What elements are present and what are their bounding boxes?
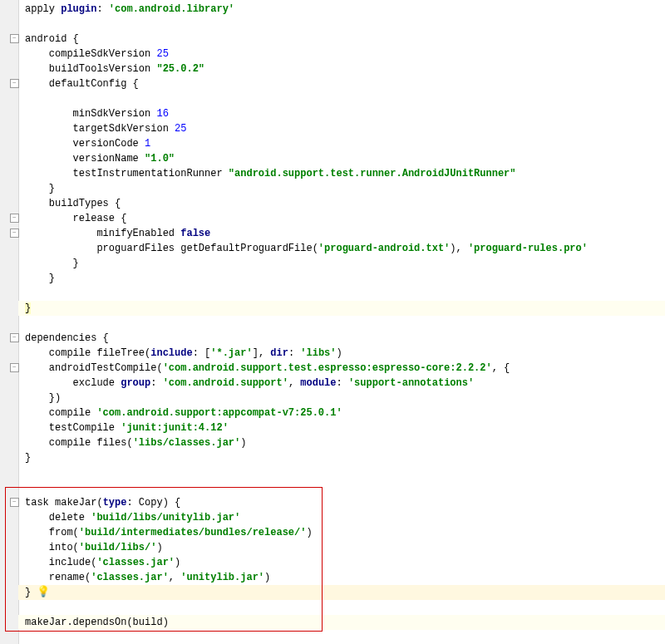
code-line[interactable]: } (25, 301, 665, 316)
code-line[interactable]: delete 'build/libs/unitylib.jar' (25, 510, 665, 525)
code-line[interactable]: } (25, 585, 665, 600)
string: "1.0" (145, 153, 175, 165)
text: buildToolsVersion (25, 63, 156, 75)
keyword: plugin (61, 3, 96, 15)
code-line[interactable] (25, 480, 665, 495)
code-line[interactable]: buildTypes { (25, 196, 665, 211)
code-line[interactable] (25, 316, 665, 331)
code-line[interactable]: minifyEnabled false (25, 226, 665, 241)
code-line[interactable]: compile files('libs/classes.jar') (25, 435, 665, 450)
code-line[interactable]: compileSdkVersion 25 (25, 47, 665, 61)
text: targetSdkVersion (25, 123, 175, 135)
code-line[interactable]: defaultConfig { (25, 76, 665, 91)
code-line[interactable]: versionName "1.0" (25, 151, 665, 166)
code-line[interactable]: minSdkVersion 16 (25, 106, 665, 121)
text: compileSdkVersion (25, 48, 156, 60)
code-line[interactable]: } (25, 271, 665, 286)
text: } (25, 273, 55, 284)
code-line[interactable]: } (25, 450, 665, 465)
code-line[interactable]: apply plugin: 'com.android.library' (25, 2, 665, 17)
text: testInstrumentationRunner (25, 168, 229, 179)
code-line[interactable]: versionCode 1 (25, 136, 665, 151)
string: 'proguard-android.txt' (318, 243, 450, 254)
text: proguardFiles getDefaultProguardFile( (25, 243, 318, 254)
string: 'proguard-rules.pro' (468, 243, 588, 254)
code-line[interactable]: makeJar.dependsOn(build) (25, 615, 665, 630)
code-line[interactable]: dependencies { (25, 331, 665, 346)
string: "25.0.2" (156, 63, 204, 75)
text: android { (25, 33, 79, 45)
text: } (25, 183, 55, 194)
code-line[interactable] (25, 465, 665, 480)
text: minSdkVersion (25, 108, 156, 120)
code-line[interactable]: from('build/intermediates/bundles/releas… (25, 525, 665, 540)
code-line[interactable]: }) (25, 391, 665, 406)
number: 25 (156, 48, 168, 60)
code-editor[interactable]: apply plugin: 'com.android.library' andr… (0, 0, 665, 644)
code-line[interactable]: buildToolsVersion "25.0.2" (25, 61, 665, 76)
code-line[interactable] (25, 17, 665, 32)
code-line[interactable]: proguardFiles getDefaultProguardFile('pr… (25, 241, 665, 256)
text: versionName (25, 153, 145, 165)
editor-gutter (0, 0, 19, 644)
lightbulb-icon[interactable]: 💡 (37, 585, 50, 598)
code-line[interactable] (25, 91, 665, 106)
string: "android.support.test.runner.AndroidJUni… (229, 168, 516, 179)
text: } (25, 258, 79, 269)
code-line[interactable]: testInstrumentationRunner "android.suppo… (25, 166, 665, 181)
code-line[interactable]: exclude group: 'com.android.support', mo… (25, 376, 665, 391)
code-line[interactable]: compile fileTree(include: ['*.jar'], dir… (25, 346, 665, 361)
code-line[interactable]: androidTestCompile('com.android.support.… (25, 361, 665, 376)
code-line[interactable] (25, 286, 665, 301)
text: versionCode (25, 138, 145, 150)
code-line[interactable]: include('classes.jar') (25, 555, 665, 570)
code-line[interactable]: compile 'com.android.support:appcompat-v… (25, 406, 665, 420)
code-line[interactable]: targetSdkVersion 25 (25, 121, 665, 136)
code-line[interactable]: android { (25, 32, 665, 47)
text: apply (25, 3, 55, 15)
code-line[interactable]: into('build/libs/') (25, 540, 665, 555)
code-content[interactable]: apply plugin: 'com.android.library' andr… (18, 0, 665, 630)
code-line[interactable]: release { (25, 211, 665, 226)
code-line[interactable] (25, 600, 665, 615)
code-line[interactable]: testCompile 'junit:junit:4.12' (25, 420, 665, 435)
text: release { (25, 213, 126, 224)
number: 25 (175, 123, 186, 135)
code-line[interactable]: rename('classes.jar', 'unitylib.jar') (25, 570, 665, 585)
number: 1 (145, 138, 150, 150)
text: minifyEnabled (25, 228, 180, 239)
keyword: false (180, 228, 210, 239)
code-line[interactable]: task makeJar(type: Copy) { (25, 495, 665, 510)
code-line[interactable]: } (25, 256, 665, 271)
string: 'com.android.library' (109, 3, 234, 15)
text: buildTypes { (25, 198, 121, 209)
code-line[interactable]: } (25, 181, 665, 196)
number: 16 (156, 108, 168, 120)
matching-brace: } (25, 302, 31, 314)
text: defaultConfig { (25, 78, 139, 90)
text: dependencies { (25, 332, 109, 344)
